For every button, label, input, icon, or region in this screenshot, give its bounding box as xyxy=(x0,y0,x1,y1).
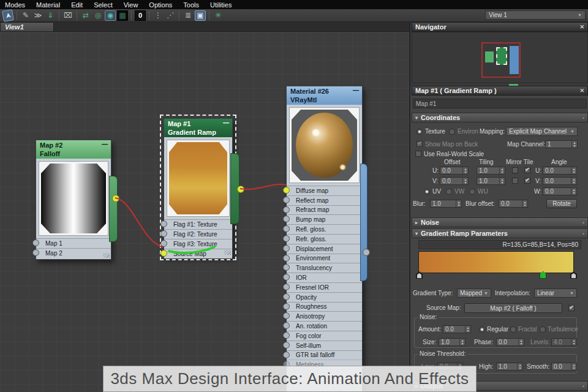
menu-select[interactable]: Select xyxy=(94,1,113,9)
material-preview[interactable] xyxy=(39,161,108,236)
select-by-material-icon[interactable]: ✳ xyxy=(213,10,224,21)
node-slot-source-map[interactable]: Source Map xyxy=(164,249,232,258)
spinner-arrows-icon[interactable] xyxy=(571,178,576,184)
navigator-node-gradient-selected[interactable] xyxy=(496,47,507,65)
input-socket-icon[interactable] xyxy=(283,235,290,242)
spinner-arrows-icon[interactable] xyxy=(571,339,576,345)
spinner-arrows-icon[interactable] xyxy=(459,339,465,345)
close-icon[interactable]: ✕ xyxy=(579,88,584,94)
node-slot[interactable]: Anisotropy xyxy=(287,311,362,321)
vw-radio[interactable] xyxy=(446,189,452,195)
turbulence-radio[interactable] xyxy=(540,326,546,333)
tile-u-checkbox[interactable] xyxy=(524,167,530,173)
assign-material-icon[interactable]: ⇓ xyxy=(45,10,56,21)
blur-spinner[interactable]: 1.0 xyxy=(430,200,462,208)
input-socket-icon[interactable] xyxy=(32,239,39,246)
node-slot[interactable]: Self-illum xyxy=(287,341,362,350)
interpolation-dropdown[interactable]: Linear ▼ xyxy=(534,288,577,298)
material-preview[interactable] xyxy=(289,107,360,183)
output-socket-icon[interactable] xyxy=(237,186,244,193)
material-name-input[interactable]: Map #1 xyxy=(413,99,587,108)
menu-utilities[interactable]: Utilities xyxy=(210,1,232,9)
node-slot[interactable]: IOR xyxy=(287,273,362,282)
node-falloff[interactable]: Map #2 Falloff — Map 1 Map 2 xyxy=(36,140,111,260)
menu-material[interactable]: Material xyxy=(36,1,60,9)
collapse-node-icon[interactable]: — xyxy=(223,119,229,127)
source-map-enable-checkbox[interactable] xyxy=(568,305,575,311)
size-spinner[interactable]: 1.0 xyxy=(439,338,466,346)
offset-u-spinner[interactable]: 0.0 xyxy=(440,167,469,175)
input-socket-icon[interactable] xyxy=(160,250,167,257)
output-socket-icon[interactable] xyxy=(363,249,370,256)
node-slot[interactable]: Fog color xyxy=(287,331,362,341)
spinner-arrows-icon[interactable] xyxy=(462,178,468,184)
rollout-coordinates[interactable]: ▾ Coordinates ▪ xyxy=(412,113,588,123)
input-socket-icon[interactable] xyxy=(283,342,290,349)
node-slot[interactable]: Translucency xyxy=(287,263,362,273)
regular-radio[interactable] xyxy=(479,326,485,333)
fractal-radio[interactable] xyxy=(510,326,516,333)
input-socket-icon[interactable] xyxy=(283,312,290,319)
show-shaded-material-icon[interactable]: ◉ xyxy=(105,10,116,21)
output-socket-icon[interactable] xyxy=(112,195,119,202)
navigator-node-vray[interactable] xyxy=(510,46,519,74)
node-slot[interactable]: Environment xyxy=(287,254,362,263)
spinner-arrows-icon[interactable] xyxy=(456,200,461,207)
node-slot[interactable]: GTR tail falloff xyxy=(287,350,362,360)
input-socket-icon[interactable] xyxy=(283,206,290,213)
levels-spinner[interactable]: 4.0 xyxy=(551,338,577,346)
spinner-arrows-icon[interactable] xyxy=(571,363,576,370)
mapping-dropdown[interactable]: Explicit Map Channel ▼ xyxy=(506,127,578,136)
node-slot[interactable]: Map 2 xyxy=(36,248,111,258)
spinner-arrows-icon[interactable] xyxy=(571,188,576,195)
show-map-on-back-checkbox[interactable] xyxy=(417,141,423,147)
input-socket-icon[interactable] xyxy=(283,332,290,339)
smooth-spinner[interactable]: 0.0 xyxy=(551,363,577,371)
arrange-nodes-icon[interactable]: ⋰ xyxy=(165,10,176,21)
material-map-navigator-icon[interactable]: ▣ xyxy=(195,10,206,21)
tiling-v-spinner[interactable]: 1.0 xyxy=(477,177,505,185)
menu-options[interactable]: Options xyxy=(149,1,172,9)
uv-radio[interactable] xyxy=(424,189,430,195)
input-socket-icon[interactable] xyxy=(283,216,290,222)
input-socket-icon[interactable] xyxy=(283,197,290,203)
view-tab[interactable]: View1 xyxy=(0,22,54,32)
put-to-library-icon[interactable]: ≫ xyxy=(32,10,43,21)
node-slot[interactable]: Displacement xyxy=(287,244,362,254)
input-socket-icon[interactable] xyxy=(160,230,167,237)
resize-grip[interactable] xyxy=(103,253,110,258)
menu-edit[interactable]: Edit xyxy=(71,1,83,9)
rollout-noise[interactable]: ▸ Noise ▪ xyxy=(412,217,588,227)
phase-spinner[interactable]: 0.0 xyxy=(496,338,524,346)
wu-radio[interactable] xyxy=(469,189,475,195)
close-icon[interactable]: ✕ xyxy=(579,24,584,30)
node-slot[interactable]: Refr. gloss. xyxy=(287,234,362,244)
node-slot[interactable]: Flag #2: Texture xyxy=(164,229,232,239)
spinner-arrows-icon[interactable] xyxy=(499,167,505,174)
high-spinner[interactable]: 1.0 xyxy=(496,363,523,371)
menu-modes[interactable]: Modes xyxy=(5,1,25,9)
input-socket-icon[interactable] xyxy=(283,187,290,194)
mirror-u-checkbox[interactable] xyxy=(512,167,518,173)
node-slot[interactable]: Bump map xyxy=(287,214,362,224)
input-socket-icon[interactable] xyxy=(283,274,290,281)
input-socket-icon[interactable] xyxy=(32,249,39,256)
texture-radio[interactable] xyxy=(417,129,423,135)
node-slot[interactable]: Opacity xyxy=(287,292,362,302)
pick-material-icon[interactable]: ✎ xyxy=(20,10,31,21)
mirror-v-checkbox[interactable] xyxy=(512,178,518,184)
node-slot[interactable]: Reflect map xyxy=(287,195,362,205)
input-socket-icon[interactable] xyxy=(283,245,290,252)
spinner-arrows-icon[interactable] xyxy=(522,200,527,207)
offset-v-spinner[interactable]: 0.0 xyxy=(440,177,469,185)
angle-v-spinner[interactable]: 0.0 xyxy=(543,177,577,185)
node-slot[interactable]: Refract map xyxy=(287,205,362,215)
node-slot[interactable]: An. rotation xyxy=(287,321,362,331)
input-socket-icon[interactable] xyxy=(283,225,290,232)
material-preview[interactable] xyxy=(167,140,230,217)
input-socket-icon[interactable] xyxy=(283,255,290,262)
blur-offset-spinner[interactable]: 0.0 xyxy=(499,200,528,208)
input-socket-icon[interactable] xyxy=(283,303,290,310)
spinner-arrows-icon[interactable] xyxy=(571,141,577,148)
select-tool-icon[interactable]: ➤ xyxy=(2,9,14,22)
